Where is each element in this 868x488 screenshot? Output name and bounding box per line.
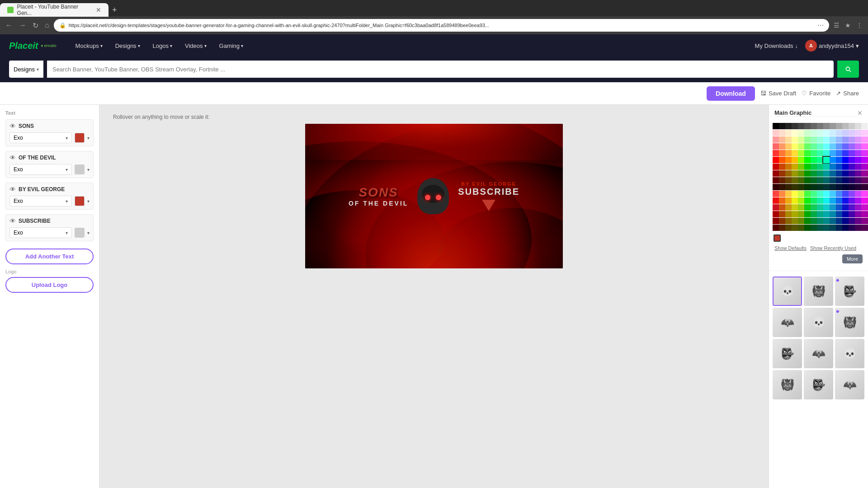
show-recently-used-link[interactable]: Show Recently Used — [810, 245, 856, 251]
color-cell-8-2[interactable] — [785, 177, 792, 183]
font-select-devil[interactable]: Exo ▾ — [9, 164, 72, 175]
color-cell-14-3[interactable] — [792, 218, 798, 224]
color-cell-6-11[interactable] — [842, 164, 849, 170]
color-cell-7-8[interactable] — [823, 170, 830, 177]
graphic-thumb-6[interactable]: 👹 — [835, 308, 864, 337]
color-cell-1-1[interactable] — [779, 130, 785, 136]
color-cell-6-12[interactable] — [849, 164, 855, 170]
color-cell-10-12[interactable] — [849, 191, 855, 197]
color-cell-12-13[interactable] — [855, 204, 861, 211]
color-cell-13-9[interactable] — [830, 211, 836, 217]
color-cell-3-5[interactable] — [804, 143, 811, 150]
font-select-subscribe[interactable]: Exo ▾ — [9, 227, 72, 238]
color-cell-10-8[interactable] — [823, 191, 830, 197]
color-cell-2-14[interactable] — [861, 136, 868, 143]
color-swatch-byevilgeorge[interactable] — [75, 196, 85, 206]
color-cell-6-1[interactable] — [779, 164, 785, 170]
color-cell-4-7[interactable] — [817, 150, 823, 156]
color-cell-0-8[interactable] — [823, 123, 830, 129]
graphic-thumb-8[interactable]: 🦇 — [804, 339, 833, 368]
color-cell-0-9[interactable] — [830, 123, 836, 129]
color-cell-4-4[interactable] — [798, 150, 804, 156]
color-cell-0-11[interactable] — [842, 123, 849, 129]
color-cell-5-14[interactable] — [861, 157, 868, 163]
color-cell-4-6[interactable] — [811, 150, 817, 156]
nav-gaming[interactable]: Gaming ▾ — [214, 40, 249, 52]
my-downloads-link[interactable]: My Downloads ↓ — [755, 42, 798, 49]
nav-designs[interactable]: Designs ▾ — [110, 40, 146, 52]
color-cell-1-11[interactable] — [842, 130, 849, 136]
download-button[interactable]: Download — [707, 86, 755, 101]
color-cell-14-11[interactable] — [842, 218, 849, 224]
color-cell-2-0[interactable] — [773, 136, 779, 143]
color-cell-8-11[interactable] — [842, 177, 849, 183]
color-cell-13-3[interactable] — [792, 211, 798, 217]
color-cell-5-9[interactable] — [830, 157, 836, 163]
color-cell-3-2[interactable] — [785, 143, 792, 150]
color-cell-7-9[interactable] — [830, 170, 836, 177]
color-cell-6-5[interactable] — [804, 164, 811, 170]
user-account-menu[interactable]: A andyydna154 ▾ — [805, 40, 859, 52]
color-cell-10-5[interactable] — [804, 191, 811, 197]
color-cell-10-7[interactable] — [817, 191, 823, 197]
color-cell-3-12[interactable] — [849, 143, 855, 150]
color-cell-8-3[interactable] — [792, 177, 798, 183]
color-cell-7-6[interactable] — [811, 170, 817, 177]
color-cell-7-1[interactable] — [779, 170, 785, 177]
color-cell-13-4[interactable] — [798, 211, 804, 217]
color-cell-14-6[interactable] — [811, 218, 817, 224]
color-cell-2-10[interactable] — [836, 136, 842, 143]
color-cell-13-12[interactable] — [849, 211, 855, 217]
color-cell-7-14[interactable] — [861, 170, 868, 177]
color-cell-13-13[interactable] — [855, 211, 861, 217]
color-cell-4-8[interactable] — [823, 150, 830, 156]
home-button[interactable]: ⌂ — [43, 20, 51, 30]
color-cell-11-4[interactable] — [798, 197, 804, 204]
color-cell-14-2[interactable] — [785, 218, 792, 224]
color-cell-13-7[interactable] — [817, 211, 823, 217]
color-cell-15-10[interactable] — [836, 225, 842, 231]
back-button[interactable]: ← — [4, 20, 14, 30]
color-cell-15-8[interactable] — [823, 225, 830, 231]
color-cell-15-11[interactable] — [842, 225, 849, 231]
color-cell-15-7[interactable] — [817, 225, 823, 231]
color-cell-10-1[interactable] — [779, 191, 785, 197]
color-cell-8-1[interactable] — [779, 177, 785, 183]
color-cell-1-6[interactable] — [811, 130, 817, 136]
color-cell-12-12[interactable] — [849, 204, 855, 211]
visibility-toggle-byevilgeorge[interactable]: 👁 — [9, 186, 16, 193]
color-cell-13-14[interactable] — [861, 211, 868, 217]
graphic-thumb-9[interactable]: 💀 — [835, 339, 864, 368]
color-cell-4-13[interactable] — [855, 150, 861, 156]
color-cell-13-2[interactable] — [785, 211, 792, 217]
color-cell-10-13[interactable] — [855, 191, 861, 197]
color-cell-2-5[interactable] — [804, 136, 811, 143]
browser-bookmark-button[interactable]: ★ — [843, 21, 853, 30]
color-swatch-sons[interactable] — [75, 133, 85, 143]
color-cell-1-0[interactable] — [773, 130, 779, 136]
visibility-toggle-subscribe[interactable]: 👁 — [9, 217, 16, 225]
color-cell-6-9[interactable] — [830, 164, 836, 170]
color-cell-2-6[interactable] — [811, 136, 817, 143]
color-cell-7-12[interactable] — [849, 170, 855, 177]
color-cell-3-11[interactable] — [842, 143, 849, 150]
color-cell-5-13[interactable] — [855, 157, 861, 163]
color-cell-15-13[interactable] — [855, 225, 861, 231]
color-cell-5-6[interactable] — [811, 157, 817, 163]
visibility-toggle-sons[interactable]: 👁 — [9, 122, 16, 130]
upload-logo-button[interactable]: Upload Logo — [5, 277, 94, 293]
color-swatch-devil[interactable] — [75, 164, 85, 174]
color-cell-3-13[interactable] — [855, 143, 861, 150]
forward-button[interactable]: → — [17, 20, 28, 30]
color-cell-9-4[interactable] — [798, 184, 804, 190]
color-cell-11-12[interactable] — [849, 197, 855, 204]
color-cell-3-9[interactable] — [830, 143, 836, 150]
color-cell-6-8[interactable] — [823, 164, 830, 170]
color-cell-6-7[interactable] — [817, 164, 823, 170]
color-cell-4-5[interactable] — [804, 150, 811, 156]
color-cell-12-10[interactable] — [836, 204, 842, 211]
color-cell-3-14[interactable] — [861, 143, 868, 150]
color-cell-5-7[interactable] — [817, 157, 823, 163]
color-cell-0-13[interactable] — [855, 123, 861, 129]
color-cell-3-6[interactable] — [811, 143, 817, 150]
